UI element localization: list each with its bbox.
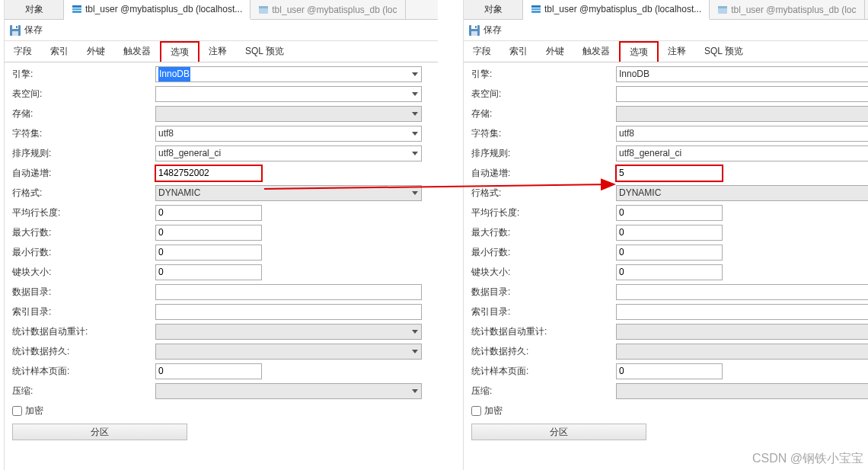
navtab-trigger[interactable]: 触发器: [114, 41, 160, 62]
rowformat-select[interactable]: DYNAMIC: [155, 185, 422, 201]
save-button[interactable]: 保存: [483, 24, 502, 37]
tablespace-select[interactable]: [155, 86, 422, 102]
maxrows-input[interactable]: [616, 225, 723, 241]
rowformat-select[interactable]: DYNAMIC: [616, 185, 868, 201]
label-keyblock: 键块大小:: [12, 266, 155, 279]
navtab-options[interactable]: 选项: [619, 41, 659, 62]
label-statspersist: 统计数据持久:: [471, 345, 616, 358]
window-tabbar: 对象 tbl_user @mybatisplus_db (localhost..…: [464, 0, 868, 20]
label-tablespace: 表空间:: [12, 88, 155, 101]
navtab-comment[interactable]: 注释: [659, 41, 695, 62]
engine-value: InnoDB: [619, 67, 649, 82]
minrows-input[interactable]: [616, 245, 723, 261]
label-charset: 字符集:: [12, 127, 155, 140]
tab-object[interactable]: 对象: [5, 0, 64, 19]
label-indexdir: 索引目录:: [471, 305, 616, 318]
compress-select[interactable]: [155, 383, 422, 399]
navtab-index[interactable]: 索引: [500, 41, 537, 62]
navtab-index[interactable]: 索引: [41, 41, 78, 62]
navtab-sqlpreview[interactable]: SQL 预览: [695, 41, 752, 62]
statsauto-select[interactable]: [616, 324, 868, 340]
storage-select[interactable]: [616, 106, 868, 122]
statssample-input[interactable]: [155, 363, 262, 379]
storage-select[interactable]: [155, 106, 422, 122]
navtab-trigger[interactable]: 触发器: [573, 41, 619, 62]
partition-button[interactable]: 分区: [12, 424, 187, 440]
avgrowlen-input[interactable]: [155, 205, 262, 221]
indexdir-input[interactable]: [155, 304, 422, 320]
label-rowformat: 行格式:: [471, 187, 616, 200]
label-engine: 引擎:: [12, 68, 155, 81]
tab-tbluser-active[interactable]: tbl_user @mybatisplus_db (localhost...: [523, 0, 710, 20]
statspersist-select[interactable]: [155, 344, 422, 360]
table-icon: [531, 4, 541, 14]
navtab-comment[interactable]: 注释: [199, 41, 236, 62]
navtab-fields[interactable]: 字段: [5, 41, 41, 62]
label-statsauto: 统计数据自动重计:: [471, 325, 616, 338]
compress-select[interactable]: [616, 383, 868, 399]
toolbar: 保存: [5, 20, 438, 41]
autoinc-input[interactable]: [616, 165, 723, 181]
collation-select[interactable]: utf8_general_ci: [155, 145, 422, 161]
navtab-options[interactable]: 选项: [160, 41, 199, 62]
maxrows-input[interactable]: [155, 225, 262, 241]
save-icon: [468, 24, 480, 37]
label-minrows: 最小行数:: [12, 246, 155, 259]
statsauto-select[interactable]: [155, 324, 422, 340]
keyblock-input[interactable]: [155, 264, 262, 280]
save-button[interactable]: 保存: [24, 24, 43, 37]
watermark: CSDN @钢铁小宝宝: [752, 451, 863, 467]
tablespace-select[interactable]: [616, 86, 868, 102]
label-avgrowlen: 平均行长度:: [471, 206, 616, 219]
label-avgrowlen: 平均行长度:: [12, 206, 155, 219]
indexdir-input[interactable]: [616, 304, 868, 320]
navtab-fields[interactable]: 字段: [464, 41, 500, 62]
navtabs: 字段 索引 外键 触发器 选项 注释 SQL 预览: [464, 41, 868, 62]
encrypt-label: 加密: [484, 404, 503, 417]
label-minrows: 最小行数:: [471, 246, 616, 259]
tab-object[interactable]: 对象: [464, 0, 523, 19]
label-collation: 排序规则:: [471, 147, 616, 160]
partition-button[interactable]: 分区: [471, 424, 646, 440]
statssample-input[interactable]: [616, 363, 723, 379]
tab-tbluser-inactive[interactable]: tbl_user @mybatisplus_db (loc: [251, 0, 405, 19]
table-icon: [72, 4, 82, 14]
navtab-fk[interactable]: 外键: [537, 41, 573, 62]
engine-select[interactable]: InnoDB: [155, 66, 422, 82]
rowformat-value: DYNAMIC: [619, 186, 661, 200]
datadir-input[interactable]: [616, 284, 868, 300]
minrows-input[interactable]: [155, 245, 262, 261]
charset-select[interactable]: utf8: [616, 126, 868, 142]
label-keyblock: 键块大小:: [471, 266, 616, 279]
tab-tbluser-active[interactable]: tbl_user @mybatisplus_db (localhost...: [64, 0, 251, 20]
autoinc-input[interactable]: [155, 165, 262, 181]
label-indexdir: 索引目录:: [12, 305, 155, 318]
svg-rect-19: [475, 26, 477, 28]
pane-right: 对象 tbl_user @mybatisplus_db (localhost..…: [463, 0, 868, 470]
charset-select[interactable]: utf8: [155, 126, 422, 142]
engine-select[interactable]: InnoDB: [616, 66, 868, 82]
label-autoinc: 自动递增:: [12, 167, 155, 180]
navtab-sqlpreview[interactable]: SQL 预览: [236, 41, 293, 62]
label-statspersist: 统计数据持久:: [12, 345, 155, 358]
svg-rect-2: [72, 8, 81, 8]
label-storage: 存储:: [12, 107, 155, 120]
encrypt-checkbox-input[interactable]: [12, 406, 22, 416]
toolbar: 保存: [464, 20, 868, 41]
datadir-input[interactable]: [155, 284, 422, 300]
collation-value: utf8_general_ci: [158, 146, 221, 161]
keyblock-input[interactable]: [616, 264, 723, 280]
tab-tbluser-inactive[interactable]: tbl_user @mybatisplus_db (loc: [710, 0, 864, 19]
encrypt-checkbox-input[interactable]: [471, 406, 481, 416]
navtab-fk[interactable]: 外键: [78, 41, 114, 62]
label-compress: 压缩:: [471, 385, 616, 398]
label-maxrows: 最大行数:: [471, 226, 616, 239]
encrypt-checkbox[interactable]: 加密: [12, 404, 43, 417]
statspersist-select[interactable]: [616, 344, 868, 360]
options-form: 引擎:InnoDB 表空间: 存储: 字符集:utf8 排序规则:utf8_ge…: [5, 62, 438, 440]
collation-select[interactable]: utf8_general_ci: [616, 145, 868, 161]
avgrowlen-input[interactable]: [616, 205, 723, 221]
svg-rect-9: [16, 26, 18, 28]
label-tablespace: 表空间:: [471, 88, 616, 101]
encrypt-checkbox[interactable]: 加密: [471, 404, 503, 417]
